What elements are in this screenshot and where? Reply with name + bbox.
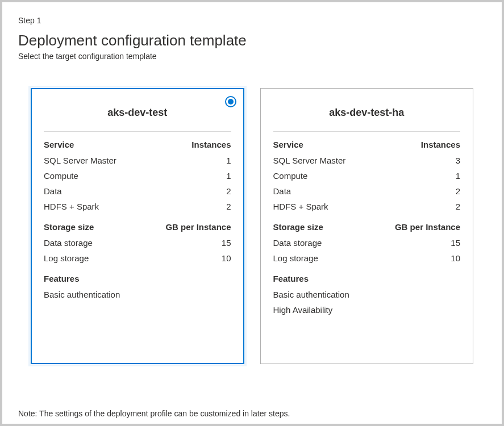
service-label: SQL Server Master — [44, 153, 116, 168]
storage-header: Storage size GB per Instance — [44, 222, 231, 232]
template-card-aks-dev-test[interactable]: aks-dev-test Service Instances SQL Serve… — [31, 88, 244, 364]
features-header: Features — [273, 274, 461, 283]
wizard-step-panel: Step 1 Deployment configuration template… — [0, 0, 504, 426]
service-row: SQL Server Master 1 — [44, 153, 231, 168]
gb-col: GB per Instance — [165, 222, 231, 232]
feature-label: Basic authentication — [273, 287, 349, 302]
step-label: Step 1 — [18, 16, 486, 25]
storage-value: 15 — [222, 235, 231, 250]
instances-col: Instances — [421, 140, 460, 149]
service-row: HDFS + Spark 2 — [273, 199, 461, 214]
feature-row: Basic authentication — [273, 287, 461, 302]
storage-row: Log storage 10 — [273, 250, 461, 266]
service-row: Data 2 — [44, 183, 231, 199]
card-divider — [273, 131, 461, 132]
service-value: 2 — [456, 183, 460, 199]
storage-row: Data storage 15 — [273, 235, 461, 250]
feature-label: Basic authentication — [44, 287, 120, 302]
features-col: Features — [273, 274, 309, 283]
service-label: SQL Server Master — [273, 153, 346, 168]
service-col: Service — [273, 140, 303, 149]
service-row: Data 2 — [273, 183, 461, 199]
service-label: HDFS + Spark — [273, 199, 328, 214]
storage-row: Data storage 15 — [44, 235, 231, 250]
storage-header: Storage size GB per Instance — [273, 222, 461, 232]
template-cards: aks-dev-test Service Instances SQL Serve… — [18, 88, 486, 404]
feature-row: High Availability — [273, 302, 461, 318]
gb-col: GB per Instance — [395, 222, 460, 232]
features-col: Features — [44, 274, 80, 283]
radio-selected-icon — [225, 96, 236, 107]
card-title: aks-dev-test — [44, 107, 231, 119]
storage-label: Data storage — [273, 235, 322, 250]
service-row: HDFS + Spark 2 — [44, 199, 231, 214]
service-label: Compute — [273, 168, 308, 183]
storage-row: Log storage 10 — [44, 250, 231, 266]
footer-note: Note: The settings of the deployment pro… — [18, 409, 486, 419]
feature-row: Basic authentication — [44, 287, 231, 302]
storage-value: 10 — [222, 250, 231, 266]
service-label: Data — [273, 183, 291, 199]
service-value: 3 — [456, 153, 460, 168]
service-row: Compute 1 — [273, 168, 461, 183]
storage-label: Log storage — [273, 250, 318, 266]
storage-col: Storage size — [44, 222, 94, 232]
storage-label: Data storage — [44, 235, 93, 250]
service-value: 2 — [226, 183, 231, 199]
page-title: Deployment configuration template — [18, 32, 486, 49]
template-card-aks-dev-test-ha[interactable]: aks-dev-test-ha Service Instances SQL Se… — [260, 88, 474, 364]
storage-label: Log storage — [44, 250, 89, 266]
card-title: aks-dev-test-ha — [273, 107, 461, 119]
service-value: 1 — [226, 168, 231, 183]
instances-col: Instances — [191, 140, 231, 149]
service-value: 2 — [226, 199, 231, 214]
services-header: Service Instances — [273, 140, 461, 149]
service-value: 2 — [456, 199, 460, 214]
card-divider — [44, 131, 231, 132]
storage-value: 15 — [451, 235, 460, 250]
service-value: 1 — [226, 153, 231, 168]
page-subtitle: Select the target configuration template — [18, 52, 486, 61]
service-label: Data — [44, 183, 62, 199]
service-row: Compute 1 — [44, 168, 231, 183]
service-row: SQL Server Master 3 — [273, 153, 461, 168]
service-col: Service — [44, 140, 74, 149]
features-header: Features — [44, 274, 231, 283]
services-header: Service Instances — [44, 140, 231, 149]
service-label: Compute — [44, 168, 78, 183]
service-label: HDFS + Spark — [44, 199, 99, 214]
service-value: 1 — [456, 168, 460, 183]
feature-label: High Availability — [273, 302, 333, 318]
storage-value: 10 — [451, 250, 460, 266]
storage-col: Storage size — [273, 222, 323, 232]
